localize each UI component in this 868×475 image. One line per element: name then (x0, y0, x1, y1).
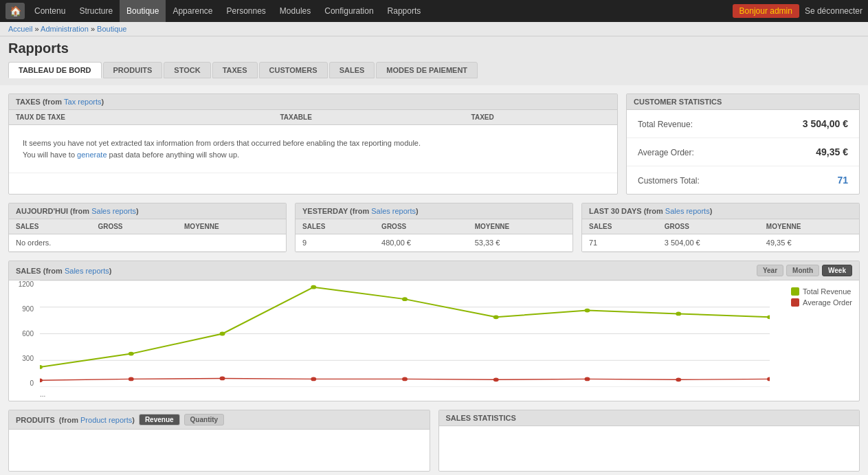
sales-stats-section: SALES STATISTICS (438, 410, 860, 472)
legend-average-label: Average Order (803, 298, 852, 307)
nav-apparence[interactable]: Apparence (166, 0, 219, 22)
generate-link[interactable]: generate (77, 151, 107, 159)
stat-customers-total-value: 71 (837, 175, 848, 186)
last30-row: 71 3 504,00 € 49,35 € (582, 234, 859, 252)
period-year-button[interactable]: Year (757, 265, 783, 276)
taxes-section: TAXES (from Tax reports) TAUX DE TAXE TA… (8, 93, 618, 195)
taxes-table: TAUX DE TAXE TAXABLE TAXED It seems you … (9, 110, 617, 173)
stat-average-order-value: 49,35 € (816, 146, 848, 157)
dot-1 (129, 352, 134, 356)
tab-produits[interactable]: PRODUITS (103, 62, 163, 78)
sales-chart-title-group: SALES (from Sales reports) (16, 267, 111, 275)
yesterday-sales-reports-link[interactable]: Sales reports (371, 207, 416, 215)
y-label-600: 600 (22, 330, 34, 338)
legend-revenue-dot (791, 287, 799, 296)
nav-items: 🏠 Contenu Structure Boutique Apparence P… (5, 0, 733, 22)
today-no-orders-row: No orders. (9, 234, 286, 252)
tab-stock[interactable]: STOCK (164, 62, 210, 78)
today-table: SALES GROSS MOYENNE No orders. (9, 219, 286, 252)
today-section: AUJOURD'HUI (from Sales reports) SALES G… (8, 203, 287, 252)
taxes-header: TAXES (from Tax reports) (9, 94, 617, 110)
tab-customers[interactable]: CUSTOMERS (259, 62, 328, 78)
nav-modules[interactable]: Modules (273, 0, 318, 22)
last30-header: LAST 30 DAYS (from Sales reports) (582, 203, 859, 219)
stat-total-revenue: Total Revenue: 3 504,00 € (627, 110, 859, 138)
nav-right: Bonjour admin Se déconnecter (733, 4, 863, 18)
legend-average-dot (791, 298, 799, 307)
sales-chart-title: SALES (16, 267, 41, 275)
breadcrumb-administration[interactable]: Administration (41, 25, 89, 33)
taxes-info-text: It seems you have not yet extracted tax … (16, 129, 610, 168)
sales-stats-title: SALES STATISTICS (446, 414, 516, 422)
y-label-0: 0 (30, 379, 34, 387)
period-month-button[interactable]: Month (786, 265, 819, 276)
produits-from: (from Product reports) (59, 416, 135, 424)
admin-name: admin (770, 6, 792, 16)
last30-moyenne: 49,35 € (759, 234, 859, 252)
product-reports-link[interactable]: Product reports (80, 416, 132, 424)
bonjour-button[interactable]: Bonjour admin (733, 4, 799, 18)
sales-chart-svg (40, 280, 770, 387)
customer-stats-title: CUSTOMER STATISTICS (634, 98, 722, 106)
customer-stats-section: CUSTOMER STATISTICS Total Revenue: 3 504… (626, 93, 860, 195)
customer-stats-header: CUSTOMER STATISTICS (627, 94, 859, 110)
page-header: Rapports TABLEAU DE BORD PRODUITS STOCK … (0, 36, 868, 85)
home-nav-button[interactable]: 🏠 (5, 3, 25, 19)
breadcrumb-boutique[interactable]: Boutique (97, 25, 126, 33)
today-from: (from Sales reports) (70, 207, 139, 215)
breadcrumb-sep1: » (35, 25, 41, 33)
today-col-gross: GROSS (91, 219, 177, 234)
dot-3 (311, 285, 316, 289)
legend-total-revenue: Total Revenue (791, 287, 852, 296)
chart-area: 1200 900 600 300 0 (9, 280, 859, 401)
nav-configuration[interactable]: Configuration (318, 0, 380, 22)
taxes-title: TAXES (16, 98, 41, 106)
nav-contenu[interactable]: Contenu (27, 0, 72, 22)
tab-taxes[interactable]: TAXES (212, 62, 258, 78)
yesterday-col-sales: SALES (296, 219, 375, 234)
tab-modes-de-paiement[interactable]: MODES DE PAIEMENT (376, 62, 478, 78)
tab-tableau-de-bord[interactable]: TABLEAU DE BORD (8, 62, 102, 78)
tax-reports-link[interactable]: Tax reports (64, 98, 101, 106)
home-icon: 🏠 (10, 5, 21, 16)
yesterday-col-gross: GROSS (375, 219, 468, 234)
tab-sales[interactable]: SALES (329, 62, 375, 78)
dot-0 (40, 365, 43, 369)
rdot-6 (585, 377, 590, 381)
taxes-info-line1: It seems you have not yet extracted tax … (23, 139, 421, 147)
taxes-info-line2-suffix: past data before anything will show up. (107, 151, 240, 159)
rdot-7 (676, 377, 681, 382)
stat-customers-total: Customers Total: 71 (627, 166, 859, 194)
last30-sales: 71 (582, 234, 658, 252)
dot-7 (676, 312, 681, 316)
stat-average-order: Average Order: 49,35 € (627, 138, 859, 166)
revenue-button[interactable]: Revenue (139, 414, 180, 426)
dot-2 (220, 332, 225, 336)
nav-boutique[interactable]: Boutique (120, 0, 166, 22)
sales-chart-header: SALES (from Sales reports) Year Month We… (9, 261, 859, 280)
last30-sales-reports-link[interactable]: Sales reports (665, 207, 710, 215)
today-header: AUJOURD'HUI (from Sales reports) (9, 203, 286, 219)
breadcrumb-accueil[interactable]: Accueil (8, 25, 32, 33)
y-label-300: 300 (22, 355, 34, 362)
y-label-900: 900 (22, 305, 34, 313)
col-taxable: TAXABLE (273, 110, 464, 125)
quantity-button[interactable]: Quantity (184, 414, 225, 426)
last30-col-moyenne: MOYENNE (759, 219, 859, 234)
yesterday-sales: 9 (296, 234, 375, 252)
main-content: TAXES (from Tax reports) TAUX DE TAXE TA… (0, 85, 868, 475)
nav-structure[interactable]: Structure (72, 0, 120, 22)
bonjour-prefix: Bonjour (739, 6, 770, 16)
sales-chart-link[interactable]: Sales reports (65, 267, 109, 275)
nav-rapports[interactable]: Rapports (381, 0, 428, 22)
col-taxed: TAXED (465, 110, 617, 125)
today-sales-reports-link[interactable]: Sales reports (91, 207, 136, 215)
taxes-info-cell: It seems you have not yet extracted tax … (9, 125, 617, 173)
logout-button[interactable]: Se déconnecter (805, 6, 863, 16)
y-label-1200: 1200 (19, 280, 34, 288)
taxes-info-row: It seems you have not yet extracted tax … (9, 125, 617, 173)
period-week-button[interactable]: Week (822, 265, 852, 276)
yesterday-row: 9 480,00 € 53,33 € (296, 234, 572, 252)
tabs-bar: TABLEAU DE BORD PRODUITS STOCK TAXES CUS… (8, 62, 860, 78)
nav-personnes[interactable]: Personnes (219, 0, 272, 22)
